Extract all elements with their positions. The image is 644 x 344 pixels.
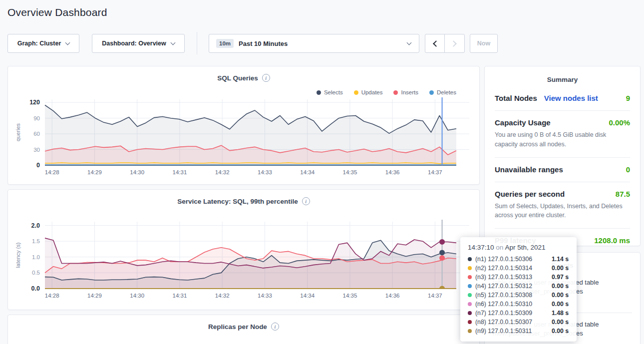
tooltip-node-row: (n2) 127.0.0.1:503140.00 s (468, 264, 569, 273)
svg-text:14:37: 14:37 (428, 293, 442, 299)
info-icon[interactable]: i (262, 74, 270, 82)
tooltip-connector: on (496, 244, 503, 251)
graph-dropdown[interactable]: Graph: Cluster (7, 34, 79, 53)
summary-row: Unavailable ranges0 (495, 157, 630, 182)
summary-row-label: Unavailable ranges (495, 165, 563, 174)
chevron-down-icon (170, 40, 175, 45)
summary-row: Total NodesView nodes list9 (495, 86, 630, 110)
time-now-button[interactable]: Now (470, 34, 498, 53)
tooltip-node-row: (n9) 127.0.0.1:503110.00 s (468, 327, 569, 336)
svg-text:14:37: 14:37 (428, 169, 442, 175)
node-address: (n9) 127.0.0.1:50311 (475, 328, 548, 335)
tooltip-date: Apr 5th, 2021 (505, 244, 545, 251)
chevron-right-icon (450, 40, 457, 47)
overview-dashboard-page: Overview Dashboard Graph: Cluster Dashbo… (0, 0, 644, 344)
time-range-picker[interactable]: 10m Past 10 Minutes (209, 34, 419, 53)
svg-text:1.5: 1.5 (32, 238, 40, 244)
chart-title: Service Latency: SQL, 99th percentile (177, 198, 298, 205)
summary-rows: Total NodesView nodes list9Capacity Usag… (485, 83, 640, 253)
summary-row: Capacity Usage0.00%You are using 0 B of … (495, 110, 630, 157)
svg-text:14:35: 14:35 (343, 169, 357, 175)
node-color-dot (468, 275, 472, 279)
node-latency-value: 0.00 s (552, 265, 569, 272)
summary-row-description: You are using 0 B of 4.5 GiB usable disk… (495, 130, 630, 149)
svg-text:0: 0 (36, 162, 40, 169)
svg-text:0.0: 0.0 (31, 285, 40, 292)
tooltip-node-row: (n8) 127.0.0.1:503070.00 s (468, 318, 569, 327)
svg-text:14:33: 14:33 (258, 169, 272, 175)
summary-row-value: 9 (626, 94, 630, 102)
tooltip-rows: (n1) 127.0.0.1:503061.14 s(n2) 127.0.0.1… (468, 255, 569, 336)
svg-text:14:33: 14:33 (258, 293, 272, 299)
summary-row-value: 1208.0 ms (594, 236, 630, 245)
node-latency-value: 0.00 s (552, 292, 569, 299)
node-address: (n8) 127.0.0.1:50307 (475, 319, 548, 326)
tooltip-title: 14:37:10 on Apr 5th, 2021 (468, 244, 569, 251)
view-nodes-list-link[interactable]: View nodes list (544, 94, 598, 102)
summary-row-label: Queries per second (495, 190, 565, 198)
tooltip-node-row: (n6) 127.0.0.1:503100.00 s (468, 300, 569, 309)
node-latency-value: 0.97 s (552, 274, 569, 281)
node-latency-value: 0.00 s (552, 301, 569, 308)
node-address: (n1) 127.0.0.1:50306 (475, 256, 548, 263)
svg-text:120: 120 (29, 99, 40, 106)
node-color-dot (468, 302, 472, 306)
svg-text:14:31: 14:31 (173, 293, 187, 299)
sql-queries-panel: SQL Queries i SelectsUpdatesInsertsDelet… (7, 66, 480, 185)
svg-text:14:32: 14:32 (215, 169, 230, 175)
node-latency-value: 1.48 s (552, 310, 569, 317)
tooltip-node-row: (n5) 127.0.0.1:503080.00 s (468, 291, 569, 300)
dashboard-dropdown-label: Dashboard: Overview (102, 40, 166, 47)
summary-row-label: Capacity Usage (495, 118, 551, 127)
svg-text:queries: queries (15, 123, 21, 141)
svg-text:14:34: 14:34 (300, 169, 315, 175)
svg-text:14:28: 14:28 (45, 169, 59, 175)
node-color-dot (468, 257, 472, 261)
svg-text:14:32: 14:32 (215, 293, 230, 299)
node-address: (n5) 127.0.0.1:50308 (475, 292, 548, 299)
summary-row-value: 0.00% (609, 118, 630, 127)
chart-title: SQL Queries (217, 74, 258, 82)
dashboard-dropdown[interactable]: Dashboard: Overview (92, 34, 185, 53)
svg-text:14:29: 14:29 (87, 293, 102, 299)
svg-text:90: 90 (33, 115, 40, 121)
info-icon[interactable]: i (302, 197, 310, 205)
svg-text:30: 30 (33, 147, 40, 153)
node-address: (n2) 127.0.0.1:50314 (475, 265, 548, 272)
svg-text:14:30: 14:30 (130, 293, 144, 299)
node-color-dot (468, 266, 472, 270)
node-color-dot (468, 293, 472, 297)
service-latency-panel: Service Latency: SQL, 99th percentile i … (7, 189, 480, 310)
sql-queries-plot[interactable]: 030609012014:2814:2914:3014:3114:3214:33… (12, 94, 476, 182)
time-prev-button[interactable] (425, 34, 445, 53)
graph-dropdown-label: Graph: Cluster (17, 40, 61, 47)
time-next-button[interactable] (444, 34, 465, 53)
replicas-title-row: Replicas per Node i (8, 315, 479, 331)
svg-text:14:36: 14:36 (385, 293, 400, 299)
tooltip-node-row: (n3) 127.0.0.1:503130.97 s (468, 273, 569, 282)
node-address: (n3) 127.0.0.1:50313 (475, 274, 548, 281)
service-latency-plot[interactable]: 0.00.51.01.52.014:2814:2914:3014:3114:32… (12, 216, 476, 307)
time-range-badge: 10m (216, 39, 234, 48)
svg-text:latency (s): latency (s) (15, 243, 21, 268)
node-address: (n7) 127.0.0.1:50309 (475, 310, 548, 317)
service-latency-title-row: Service Latency: SQL, 99th percentile i (8, 190, 479, 205)
replicas-per-node-panel: Replicas per Node i (7, 315, 480, 344)
svg-text:14:28: 14:28 (45, 293, 59, 299)
node-latency-value: 0.00 s (552, 328, 569, 335)
summary-row-value: 87.5 (616, 190, 630, 198)
summary-row: Queries per second87.5Sum of Selects, Up… (495, 182, 630, 229)
node-latency-value: 0.00 s (552, 283, 569, 290)
summary-row-description: Sum of Selects, Updates, Inserts, and De… (495, 202, 630, 221)
svg-text:2.0: 2.0 (31, 222, 40, 229)
info-icon[interactable]: i (271, 323, 279, 331)
svg-text:14:34: 14:34 (300, 293, 315, 299)
toolbar-divider (197, 32, 197, 54)
node-color-dot (468, 320, 472, 324)
node-latency-value: 1.14 s (552, 256, 569, 263)
svg-text:14:29: 14:29 (87, 169, 102, 175)
svg-text:0.5: 0.5 (32, 270, 40, 276)
tooltip-node-row: (n7) 127.0.0.1:503091.48 s (468, 309, 569, 318)
tooltip-node-row: (n4) 127.0.0.1:503120.00 s (468, 282, 569, 291)
sql-queries-title-row: SQL Queries i (8, 66, 479, 82)
